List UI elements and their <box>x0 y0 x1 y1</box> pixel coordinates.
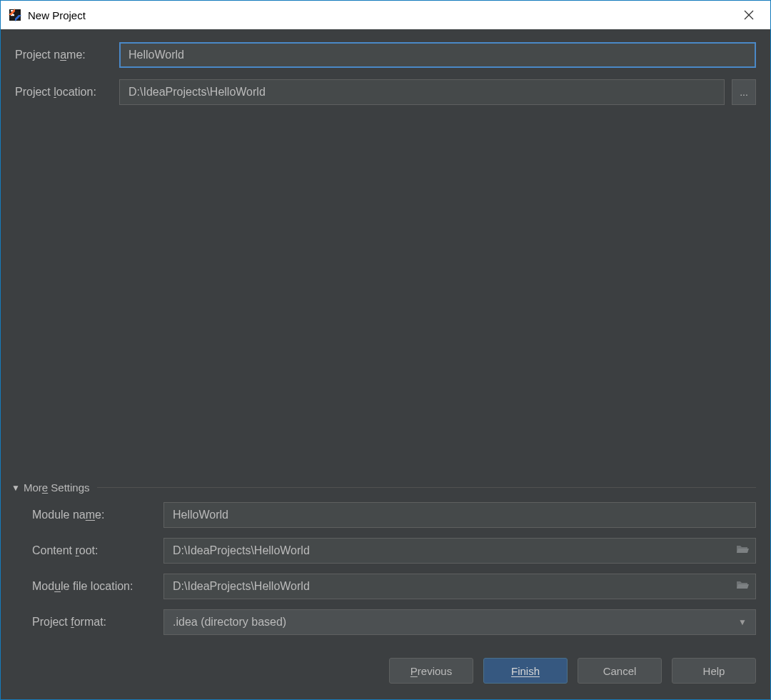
content-root-input[interactable] <box>163 538 756 564</box>
project-format-select[interactable]: .idea (directory based) ▼ <box>163 609 756 635</box>
new-project-dialog: New Project Project name: Project locati… <box>0 0 771 700</box>
help-button[interactable]: Help <box>672 658 756 684</box>
project-name-input[interactable] <box>119 42 756 68</box>
project-format-label: Project format: <box>32 616 163 629</box>
chevron-down-icon: ▼ <box>738 617 747 627</box>
module-name-row: Module name: <box>32 502 756 528</box>
cancel-button[interactable]: Cancel <box>578 658 662 684</box>
project-location-label: Project location: <box>15 86 119 99</box>
separator-line <box>97 487 756 488</box>
expanded-icon: ▼ <box>11 483 21 493</box>
module-file-location-input[interactable] <box>163 574 756 599</box>
previous-button[interactable]: Previous <box>389 658 473 684</box>
close-icon <box>744 10 754 20</box>
close-button[interactable] <box>735 1 763 29</box>
project-format-row: Project format: .idea (directory based) … <box>32 609 756 635</box>
content-root-row: Content root: <box>32 538 756 564</box>
dialog-body: Project name: Project location: ... ▼ Mo… <box>1 29 770 645</box>
browse-location-button[interactable]: ... <box>732 79 756 105</box>
project-name-row: Project name: <box>15 42 756 68</box>
more-settings-label: More Settings <box>24 481 90 494</box>
project-location-row: Project location: ... <box>15 79 756 105</box>
module-name-input[interactable] <box>163 502 756 528</box>
more-settings-toggle[interactable]: ▼ More Settings <box>11 481 756 502</box>
more-settings-panel: Module name: Content root: <box>15 502 756 645</box>
browse-content-root-button[interactable] <box>736 544 749 557</box>
button-bar: Previous Finish Cancel Help <box>1 645 770 699</box>
content-root-label: Content root: <box>32 544 163 557</box>
window-title: New Project <box>28 9 86 21</box>
project-location-input[interactable] <box>119 79 725 105</box>
module-file-location-label: Module file location: <box>32 580 163 593</box>
project-name-label: Project name: <box>15 49 119 61</box>
intellij-icon <box>8 8 22 22</box>
finish-button[interactable]: Finish <box>483 658 568 684</box>
folder-icon <box>736 544 749 554</box>
module-name-label: Module name: <box>32 509 163 521</box>
titlebar: New Project <box>1 1 770 29</box>
browse-module-file-location-button[interactable] <box>736 580 749 593</box>
project-format-value: .idea (directory based) <box>173 616 286 629</box>
folder-icon <box>736 580 749 590</box>
module-file-location-row: Module file location: <box>32 574 756 599</box>
